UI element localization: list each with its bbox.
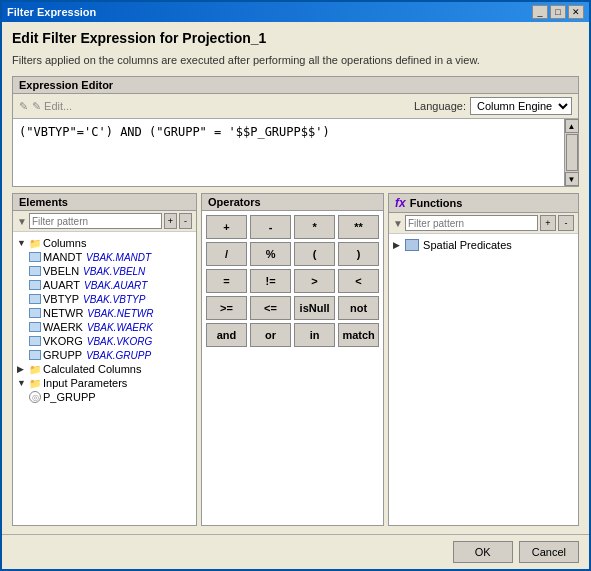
close-button[interactable]: ✕ xyxy=(568,5,584,19)
op-equals[interactable]: = xyxy=(206,269,247,293)
minimize-button[interactable]: _ xyxy=(532,5,548,19)
spatial-folder-icon xyxy=(405,239,419,251)
expression-textarea[interactable]: ("VBTYP"='C') AND ("GRUPP" = '$$P_GRUPP$… xyxy=(13,119,578,184)
ok-button[interactable]: OK xyxy=(453,541,513,563)
elements-filter-input[interactable] xyxy=(29,213,162,229)
functions-label: Functions xyxy=(410,197,463,209)
op-lte[interactable]: <= xyxy=(250,296,291,320)
op-isnull[interactable]: isNull xyxy=(294,296,335,320)
elements-expand-all-btn[interactable]: + xyxy=(164,213,177,229)
op-open-paren[interactable]: ( xyxy=(294,242,335,266)
vkorg-sublabel: VBAK.VKORG xyxy=(87,336,153,347)
waerk-col-icon xyxy=(29,322,41,332)
edit-label[interactable]: ✎ Edit... xyxy=(32,100,72,113)
tree-item-spatial-predicates[interactable]: ▶ Spatial Predicates xyxy=(393,238,574,252)
tree-item-netwr[interactable]: NETWR VBAK.NETWR xyxy=(29,306,192,320)
elements-collapse-all-btn[interactable]: - xyxy=(179,213,192,229)
p-grupp-label: P_GRUPP xyxy=(43,391,96,403)
functions-filter-icon: ▼ xyxy=(393,218,403,229)
maximize-button[interactable]: □ xyxy=(550,5,566,19)
language-label: Language: xyxy=(414,100,466,112)
tree-item-grupp[interactable]: GRUPP VBAK.GRUPP xyxy=(29,348,192,362)
operators-panel-header: Operators xyxy=(202,194,383,211)
operators-panel: Operators + - * ** / % ( ) = != > < >= <… xyxy=(201,193,384,526)
filter-expression-window: Filter Expression _ □ ✕ Edit Filter Expr… xyxy=(0,0,591,571)
spatial-expand-icon: ▶ xyxy=(393,240,403,250)
operators-grid: + - * ** / % ( ) = != > < >= <= isNull n… xyxy=(202,211,383,351)
cancel-button[interactable]: Cancel xyxy=(519,541,579,563)
functions-filter-input[interactable] xyxy=(405,215,538,231)
tree-item-vkorg[interactable]: VKORG VBAK.VKORG xyxy=(29,334,192,348)
elements-panel: Elements ▼ + - ▼ 📁 Columns xyxy=(12,193,197,526)
vbeln-label: VBELN xyxy=(43,265,79,277)
op-minus[interactable]: - xyxy=(250,215,291,239)
op-match[interactable]: match xyxy=(338,323,379,347)
elements-filter-icon: ▼ xyxy=(17,216,27,227)
tree-item-vbtyp[interactable]: VBTYP VBAK.VBTYP xyxy=(29,292,192,306)
mandt-label: MANDT xyxy=(43,251,82,263)
main-title: Edit Filter Expression for Projection_1 xyxy=(12,30,579,46)
functions-panel: fx Functions ▼ + - ▶ Spatial Predicates xyxy=(388,193,579,526)
op-close-paren[interactable]: ) xyxy=(338,242,379,266)
expression-scrollbar: ▲ ▼ xyxy=(564,119,578,186)
elements-filter-bar: ▼ + - xyxy=(13,211,196,232)
calc-expand-icon: ▶ xyxy=(17,364,27,374)
op-multiply[interactable]: * xyxy=(294,215,335,239)
functions-expand-all-btn[interactable]: + xyxy=(540,215,556,231)
tree-item-columns[interactable]: ▼ 📁 Columns xyxy=(17,236,192,250)
elements-tree: ▼ 📁 Columns MANDT VBAK.MANDT VBELN VBAK.… xyxy=(13,232,196,525)
op-plus[interactable]: + xyxy=(206,215,247,239)
functions-collapse-all-btn[interactable]: - xyxy=(558,215,574,231)
scroll-down-arrow[interactable]: ▼ xyxy=(565,172,579,186)
op-not-equals[interactable]: != xyxy=(250,269,291,293)
op-less[interactable]: < xyxy=(338,269,379,293)
tree-item-input-parameters[interactable]: ▼ 📁 Input Parameters xyxy=(17,376,192,390)
edit-icon: ✎ xyxy=(19,100,28,113)
op-in[interactable]: in xyxy=(294,323,335,347)
vbtyp-col-icon xyxy=(29,294,41,304)
tree-item-waerk[interactable]: WAERK VBAK.WAERK xyxy=(29,320,192,334)
tree-item-calculated-columns[interactable]: ▶ 📁 Calculated Columns xyxy=(17,362,192,376)
grupp-label: GRUPP xyxy=(43,349,82,361)
fx-icon: fx xyxy=(395,196,406,210)
scroll-up-arrow[interactable]: ▲ xyxy=(565,119,579,133)
vkorg-label: VKORG xyxy=(43,335,83,347)
grupp-col-icon xyxy=(29,350,41,360)
vbeln-sublabel: VBAK.VBELN xyxy=(83,266,145,277)
main-content: Edit Filter Expression for Projection_1 … xyxy=(2,22,589,534)
elements-panel-header: Elements xyxy=(13,194,196,211)
functions-filter-bar: ▼ + - xyxy=(389,213,578,234)
tree-item-vbeln[interactable]: VBELN VBAK.VBELN xyxy=(29,264,192,278)
editor-toolbar: ✎ ✎ Edit... Language: Column Engine xyxy=(13,94,578,119)
op-power[interactable]: ** xyxy=(338,215,379,239)
auart-sublabel: VBAK.AUART xyxy=(84,280,147,291)
op-not[interactable]: not xyxy=(338,296,379,320)
p-grupp-icon: ◎ xyxy=(29,391,41,403)
mandt-sublabel: VBAK.MANDT xyxy=(86,252,151,263)
op-or[interactable]: or xyxy=(250,323,291,347)
calc-folder-icon: 📁 xyxy=(29,364,41,375)
netwr-sublabel: VBAK.NETWR xyxy=(87,308,153,319)
op-gte[interactable]: >= xyxy=(206,296,247,320)
columns-label: Columns xyxy=(43,237,86,249)
op-and[interactable]: and xyxy=(206,323,247,347)
spatial-label: Spatial Predicates xyxy=(423,239,512,251)
calc-label: Calculated Columns xyxy=(43,363,141,375)
grupp-sublabel: VBAK.GRUPP xyxy=(86,350,151,361)
tree-item-mandt[interactable]: MANDT VBAK.MANDT xyxy=(29,250,192,264)
op-divide[interactable]: / xyxy=(206,242,247,266)
vbeln-col-icon xyxy=(29,266,41,276)
title-bar: Filter Expression _ □ ✕ xyxy=(2,2,589,22)
vbtyp-label: VBTYP xyxy=(43,293,79,305)
input-expand-icon: ▼ xyxy=(17,378,27,388)
mandt-col-icon xyxy=(29,252,41,262)
op-greater[interactable]: > xyxy=(294,269,335,293)
language-select[interactable]: Column Engine xyxy=(470,97,572,115)
vkorg-col-icon xyxy=(29,336,41,346)
footer-bar: OK Cancel xyxy=(2,534,589,569)
op-modulo[interactable]: % xyxy=(250,242,291,266)
window-title: Filter Expression xyxy=(7,6,96,18)
tree-item-p-grupp[interactable]: ◎ P_GRUPP xyxy=(29,390,192,404)
tree-item-auart[interactable]: AUART VBAK.AUART xyxy=(29,278,192,292)
scroll-thumb[interactable] xyxy=(566,134,578,171)
